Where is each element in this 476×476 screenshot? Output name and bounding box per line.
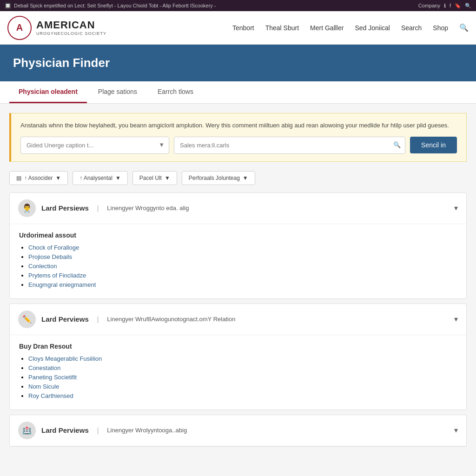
card-section-title-1: Buy Dran Resout: [19, 343, 457, 350]
list-link[interactable]: Projiose Debails: [28, 253, 72, 260]
list-item: Enugmgral eniegmament: [28, 281, 457, 288]
filter-pacel[interactable]: Pacel Ult ▼: [132, 171, 177, 185]
doc-separator-0: |: [97, 205, 99, 212]
tab-physician[interactable]: Physician oleadent: [9, 81, 87, 103]
search-row: Gided Unerge caption t... ▼ 🔍 Sencil in: [20, 137, 457, 154]
filter-pacel-label: Pacel Ult: [139, 175, 162, 181]
doctor-avatar-2: 🏥: [18, 422, 36, 439]
card-body-1: Buy Dran Resout Cloys Meagerablic Fusiil…: [10, 335, 466, 410]
info-box-text: Anstanals whnn the blow heylahedt, you b…: [20, 122, 449, 129]
list-link[interactable]: Prytems of Fincliadze: [28, 272, 86, 279]
logo-sub: UROGYNECOLOGIC SOCIETY: [36, 31, 106, 36]
filter-pacel-arrow: ▼: [165, 175, 170, 181]
tab-plage[interactable]: Plage sations: [89, 81, 146, 103]
doc-name-0: Lard Persiews: [41, 204, 89, 212]
nav-search-icon[interactable]: 🔍: [459, 23, 469, 32]
logo-main: AMERICAN: [36, 19, 106, 31]
physician-card-2: 🏥 Lard Perviews | Linengyer Wrolyyntooga…: [9, 415, 467, 447]
nav-link-search[interactable]: Search: [401, 24, 422, 32]
doc-location-2: Linengyer Wrolyyntooga..abig: [107, 427, 187, 434]
logo-letter: A: [16, 22, 23, 33]
navbar: A AMERICAN UROGYNECOLOGIC SOCIETY Tenbor…: [0, 11, 476, 45]
doc-location-0: Linengyer Wroggynto eda. alig: [107, 205, 189, 212]
filter-perforaals-label: Perforaals Jolunteag: [189, 175, 240, 181]
card-list-1: Cloys Meagerablic Fusiilion Conestation …: [19, 355, 457, 399]
filter-associder[interactable]: ▤ ↑ Associder ▼: [9, 171, 68, 185]
chevron-down-icon-0: ▾: [454, 204, 458, 212]
browser-bar-text: Debail Spick enpetified on Lect: Seit Sn…: [14, 3, 216, 8]
nav-link-shop[interactable]: Shop: [433, 24, 448, 32]
nav-links: Tenbort Theal Sburt Mert Galller Sed Jon…: [232, 23, 469, 32]
browser-search-icon[interactable]: 🔍: [465, 3, 471, 9]
list-link[interactable]: Nom Sicule: [28, 383, 59, 390]
search-button[interactable]: Sencil in: [410, 137, 457, 153]
list-link[interactable]: Paneting Societifit: [28, 374, 77, 381]
info-box: Anstanals whnn the blow heylahedt, you b…: [9, 113, 467, 162]
logo-area: A AMERICAN UROGYNECOLOGIC SOCIETY: [7, 16, 106, 40]
card-header-left-1: ✏️ Lard Perviews | Linengyer Wruf8Awiogu…: [18, 311, 235, 328]
card-header-0[interactable]: 👨‍⚕️ Lard Persiews | Linengyer Wroggynto…: [10, 193, 466, 224]
list-item: Prytems of Fincliadze: [28, 271, 457, 279]
results-list: 👨‍⚕️ Lard Persiews | Linengyer Wroggynto…: [9, 192, 467, 451]
doc-location-1: Linengyer Wruf8Awiogunotognact.omY Relat…: [107, 316, 235, 323]
filter-associder-arrow: ▼: [55, 175, 61, 181]
card-section-title-0: Urdorimeal assout: [19, 231, 457, 239]
doc-separator-2: |: [97, 427, 99, 434]
card-header-2[interactable]: 🏥 Lard Perviews | Linengyer Wrolyyntooga…: [10, 415, 466, 446]
list-link[interactable]: Conestation: [28, 364, 60, 371]
filter-row: ▤ ↑ Associder ▼ ↑ Analysental ▼ Pacel Ul…: [9, 171, 467, 185]
filter-perforaals[interactable]: Perforaals Jolunteag ▼: [182, 171, 255, 185]
doc-separator-1: |: [97, 316, 99, 323]
doctor-avatar-1: ✏️: [18, 311, 36, 328]
specialty-select[interactable]: Gided Unerge caption t...: [20, 137, 169, 154]
doc-name-2: Lard Perviews: [41, 426, 89, 434]
filter-analysental-label: ↑ Analysental: [79, 175, 112, 181]
location-icon: 🔍: [393, 140, 401, 150]
card-body-0: Urdorimeal assout Chock of Foralloge Pro…: [10, 224, 466, 298]
facebook-icon[interactable]: f: [450, 3, 451, 8]
physician-card-0: 👨‍⚕️ Lard Persiews | Linengyer Wroggynto…: [9, 192, 467, 299]
info-icon[interactable]: ℹ: [444, 3, 446, 9]
list-item: Conlection: [28, 262, 457, 270]
browser-bar-left: 🔲 Debail Spick enpetified on Lect: Seit …: [5, 3, 216, 9]
filter-analysental[interactable]: ↑ Analysental ▼: [73, 171, 128, 185]
search-select-wrap: Gided Unerge caption t... ▼: [20, 137, 169, 154]
list-item: Cloys Meagerablic Fusiilion: [28, 355, 457, 362]
card-header-1[interactable]: ✏️ Lard Perviews | Linengyer Wruf8Awiogu…: [10, 304, 466, 335]
list-item: Projiose Debails: [28, 253, 457, 260]
doc-name-1: Lard Perviews: [41, 315, 89, 323]
location-input[interactable]: [174, 137, 405, 154]
list-link[interactable]: Conlection: [28, 263, 57, 270]
filter-perforaals-arrow: ▼: [243, 175, 248, 181]
filter-analysental-arrow: ▼: [115, 175, 121, 181]
filter-associder-icon: ▤: [16, 175, 21, 181]
nav-link-sed[interactable]: Sed Joniical: [355, 24, 390, 32]
company-label: Company: [418, 3, 440, 8]
search-input-wrap: 🔍: [174, 137, 405, 154]
chevron-down-icon-2: ▾: [454, 426, 458, 435]
list-item: Roy Carthiensed: [28, 392, 457, 399]
card-list-0: Chock of Foralloge Projiose Debails Conl…: [19, 244, 457, 288]
list-item: Conestation: [28, 364, 457, 371]
browser-icon: 🔲: [5, 3, 11, 9]
bookmark-icon[interactable]: 🔖: [455, 3, 461, 9]
main-content: Anstanals whnn the blow heylahedt, you b…: [0, 104, 476, 461]
tabs-bar: Physician oleadent Plage sations Earrch …: [0, 81, 476, 104]
page-header: Physician Finder: [0, 45, 476, 81]
list-link[interactable]: Enugmgral eniegmament: [28, 281, 96, 288]
card-header-left-2: 🏥 Lard Perviews | Linengyer Wrolyyntooga…: [18, 422, 187, 439]
logo-text: AMERICAN UROGYNECOLOGIC SOCIETY: [36, 19, 106, 36]
list-link[interactable]: Roy Carthiensed: [28, 392, 73, 399]
logo-circle: A: [7, 16, 32, 40]
browser-bar: 🔲 Debail Spick enpetified on Lect: Seit …: [0, 0, 476, 11]
list-link[interactable]: Cloys Meagerablic Fusiilion: [28, 355, 102, 362]
doctor-avatar-0: 👨‍⚕️: [18, 199, 36, 217]
nav-link-mert[interactable]: Mert Galller: [310, 24, 344, 32]
nav-link-tenbort[interactable]: Tenbort: [232, 24, 254, 32]
tab-earrch[interactable]: Earrch tlows: [148, 81, 203, 103]
card-header-left-0: 👨‍⚕️ Lard Persiews | Linengyer Wroggynto…: [18, 199, 189, 217]
physician-card-1: ✏️ Lard Perviews | Linengyer Wruf8Awiogu…: [9, 304, 467, 410]
list-item: Nom Sicule: [28, 383, 457, 390]
nav-link-theal[interactable]: Theal Sburt: [265, 24, 299, 32]
list-link[interactable]: Chock of Foralloge: [28, 244, 79, 251]
